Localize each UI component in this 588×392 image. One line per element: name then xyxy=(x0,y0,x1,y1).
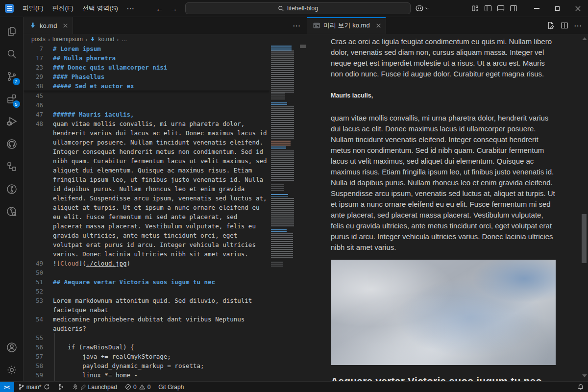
code-line[interactable]: 46 xyxy=(24,100,270,110)
code-line[interactable]: 45 xyxy=(24,91,270,100)
breadcrumb-separator: › xyxy=(48,36,50,43)
code-line[interactable]: 54medicamine prohibebere dubitat dant vi… xyxy=(24,315,270,333)
close-icon xyxy=(575,6,581,11)
close-window-button[interactable] xyxy=(567,0,588,17)
preview-scrollbar[interactable] xyxy=(581,34,587,381)
git-graph-status[interactable]: Git Graph xyxy=(154,382,188,392)
notifications-bell[interactable] xyxy=(573,382,588,392)
code-line[interactable]: 58 payload_dynamic_markup = rosetta; xyxy=(24,361,270,370)
cloud-image xyxy=(331,260,556,365)
run-debug-icon[interactable] xyxy=(0,110,24,133)
minimap[interactable] xyxy=(270,44,299,381)
tab-preview-ko-md[interactable]: 미리 보기 ko.md xyxy=(307,17,386,34)
minimap-segment xyxy=(271,93,285,99)
preview-scrollbar-thumb[interactable] xyxy=(582,214,587,263)
code-area[interactable]: 7# Lorem ipsum17## Nulla pharetra23### D… xyxy=(24,44,270,381)
source-tab-bar: ko.md ··· xyxy=(24,17,307,34)
command-center-search[interactable]: litehell-blog xyxy=(185,2,411,14)
github-icon[interactable] xyxy=(0,133,24,155)
open-source-icon[interactable] xyxy=(547,22,555,29)
code-line[interactable]: 55 xyxy=(24,333,270,343)
extensions-badge: 5 xyxy=(13,100,20,108)
line-number: 45 xyxy=(24,91,43,100)
line-content: # Lorem ipsum xyxy=(53,44,270,53)
search-sidebar-icon[interactable] xyxy=(0,43,24,65)
code-line[interactable]: 7# Lorem ipsum xyxy=(24,44,270,53)
breadcrumb-separator: › xyxy=(85,36,87,43)
accounts-icon[interactable] xyxy=(0,336,24,359)
branch-status[interactable]: main* xyxy=(14,382,54,392)
git-graph-view-icon[interactable] xyxy=(0,155,24,178)
rocket-icon xyxy=(72,384,78,390)
markdown-preview[interactable]: Cras ac orci ac ligula feugiat condiment… xyxy=(307,34,588,381)
forward-icon[interactable]: → xyxy=(170,4,177,13)
code-line[interactable]: 29#### Phasellus xyxy=(24,72,270,81)
line-number: 29 xyxy=(24,72,43,81)
remote-indicator[interactable]: >< xyxy=(0,382,14,392)
line-content: quam vitae mollis convallis, mi urna pha… xyxy=(53,119,270,259)
back-icon[interactable]: ← xyxy=(156,4,163,13)
editor-scrollbar-thumb[interactable] xyxy=(300,45,306,48)
code-line[interactable]: 48quam vitae mollis convallis, mi urna p… xyxy=(24,119,270,259)
problems-status[interactable]: 0 0 xyxy=(121,382,154,392)
minimize-button[interactable] xyxy=(526,0,547,17)
line-content: ## Aequare vertar Victoria suos iugum tu… xyxy=(53,277,270,287)
menu-selection[interactable]: 선택 영역(S) xyxy=(78,2,122,14)
git-graph-status-icon[interactable] xyxy=(54,382,68,392)
copilot-icon xyxy=(415,4,424,13)
settings-gear-icon[interactable] xyxy=(0,359,24,381)
explorer-icon[interactable] xyxy=(0,20,24,43)
tab-close-icon[interactable] xyxy=(376,24,381,28)
code-line[interactable]: 17## Nulla pharetra xyxy=(24,53,270,63)
menu-file[interactable]: 파일(F) xyxy=(19,2,48,14)
editor-more-actions-icon[interactable]: ··· xyxy=(293,22,301,29)
minimap-segment xyxy=(271,141,291,147)
line-number: 17 xyxy=(24,53,43,63)
extensions-icon[interactable]: 5 xyxy=(0,88,24,110)
line-content xyxy=(53,287,270,296)
tab-close-icon[interactable] xyxy=(63,24,68,28)
code-line[interactable]: 53Lorem markdownum attonitum quid. Sed d… xyxy=(24,296,270,315)
code-line[interactable]: 47###### Mauris iaculis, xyxy=(24,110,270,119)
code-line[interactable]: 59 linux *= home - lte_flash_flops(anima… xyxy=(24,370,270,381)
scroll-up-icon[interactable] xyxy=(582,37,587,40)
tab-ko-md[interactable]: ko.md xyxy=(24,17,73,34)
line-content xyxy=(53,91,270,100)
warnings-count: 0 xyxy=(147,384,151,391)
minimap-segment xyxy=(271,258,297,262)
code-line[interactable]: 51## Aequare vertar Victoria suos iugum … xyxy=(24,277,270,287)
preview-more-actions-icon[interactable]: ··· xyxy=(574,22,582,29)
launchpad-status[interactable]: Launchpad xyxy=(68,382,121,392)
minimap-segment xyxy=(271,184,284,192)
menu-more-icon[interactable]: ··· xyxy=(123,3,139,14)
editor-scrollbar[interactable] xyxy=(299,44,307,381)
gitlens-icon[interactable] xyxy=(0,178,24,200)
code-editor[interactable]: 7# Lorem ipsum17## Nulla pharetra23### D… xyxy=(24,44,307,381)
maximize-button[interactable] xyxy=(547,0,567,17)
minimap-segment xyxy=(271,46,292,50)
customize-layout-icon[interactable] xyxy=(471,4,479,12)
scroll-down-icon[interactable] xyxy=(582,374,587,377)
toggle-panel-icon[interactable] xyxy=(497,4,505,12)
code-line[interactable]: 50 xyxy=(24,268,270,277)
breadcrumb-folder[interactable]: loremipsum xyxy=(52,36,83,43)
line-content: payload_dynamic_markup = rosetta; xyxy=(53,361,270,370)
breadcrumb-tail[interactable]: … xyxy=(121,36,127,43)
code-line[interactable]: 49![Cloud](./cloud.jpg) xyxy=(24,259,270,268)
menu-edit[interactable]: 편집(E) xyxy=(49,2,77,14)
git-graph-label: Git Graph xyxy=(158,384,184,391)
toggle-secondary-sidebar-icon[interactable] xyxy=(510,4,517,12)
code-line[interactable]: 57 java += realCmykStorage; xyxy=(24,352,270,361)
breadcrumb-root[interactable]: posts xyxy=(31,36,46,43)
split-editor-icon[interactable] xyxy=(561,22,568,29)
source-control-icon[interactable]: 2 xyxy=(0,65,24,88)
breadcrumb-file[interactable]: ko.md xyxy=(98,36,114,43)
code-line[interactable]: 56 if (rawBiosDual) { xyxy=(24,343,270,352)
line-content xyxy=(53,100,270,110)
code-line[interactable]: 38##### Sed et auctor ex xyxy=(24,81,270,91)
code-line[interactable]: 52 xyxy=(24,287,270,296)
toggle-sidebar-icon[interactable] xyxy=(484,4,492,12)
code-line[interactable]: 23### Donec quis ullamcorper nisi xyxy=(24,63,270,72)
gitlens-inspect-icon[interactable] xyxy=(0,200,24,223)
copilot-menu[interactable] xyxy=(415,2,430,14)
